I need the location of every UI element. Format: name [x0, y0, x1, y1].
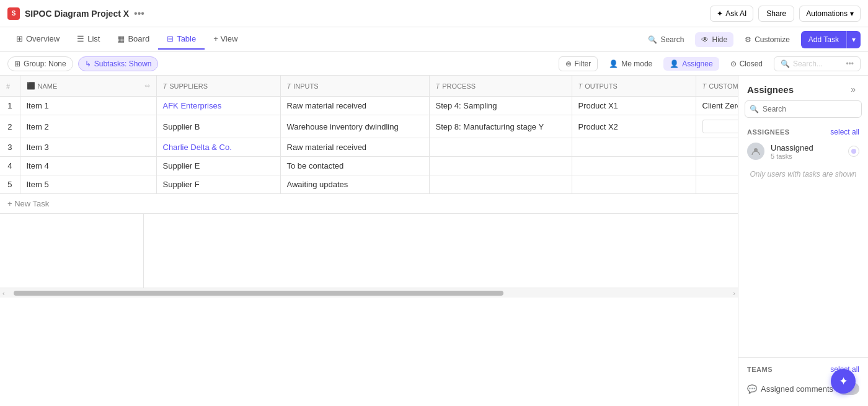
filter-bar-left: ⊞ Group: None ↳ Subtasks: Shown: [7, 56, 158, 71]
table-row[interactable]: 2 Item 2 Supplier B Warehouse inventory …: [0, 115, 738, 138]
table-row[interactable]: 3 Item 3 Charlie Delta & Co. Raw materia…: [0, 138, 738, 157]
assignee-button[interactable]: 👤 Assignee: [663, 57, 719, 71]
table-row[interactable]: 4 Item 4 Supplier E To be contacted: [0, 157, 738, 175]
panel-spacer: [738, 185, 868, 357]
cell-suppliers-5[interactable]: Supplier F: [156, 175, 280, 194]
cell-name-1[interactable]: Item 1: [20, 97, 156, 115]
select-all-assignees-link[interactable]: select all: [830, 128, 859, 136]
add-task-button[interactable]: Add Task ▾: [801, 31, 861, 48]
cell-name-4[interactable]: Item 4: [20, 157, 156, 175]
panel-search-input[interactable]: [745, 100, 862, 118]
col-header-name[interactable]: ⬛ NAME ⇔: [20, 76, 156, 97]
new-task-row[interactable]: + New Task: [0, 194, 738, 213]
assignee-count-unassigned: 5 tasks: [771, 152, 842, 160]
table-row[interactable]: 1 Item 1 AFK Enterprises Raw material re…: [0, 97, 738, 115]
assignees-section-label: ASSIGNEES select all: [738, 123, 868, 139]
cell-name-3[interactable]: Item 3: [20, 138, 156, 157]
scroll-right-icon[interactable]: ›: [733, 289, 735, 297]
cell-process-4[interactable]: [429, 157, 572, 175]
cell-process-1[interactable]: Step 4: Sampling: [429, 97, 572, 115]
cell-outputs-5[interactable]: [572, 175, 696, 194]
cell-customers-3[interactable]: [696, 138, 738, 157]
assignee-info-unassigned: Unassigned 5 tasks: [771, 143, 842, 160]
cell-name-2[interactable]: Item 2: [20, 115, 156, 138]
more-dots-button[interactable]: •••: [134, 8, 144, 19]
cell-inputs-3[interactable]: Raw material received: [280, 138, 429, 157]
search-bar-icon: 🔍: [781, 60, 790, 68]
tab-board[interactable]: ▦ Board: [108, 29, 158, 50]
cell-process-3[interactable]: [429, 138, 572, 157]
hide-button[interactable]: 👁 Hide: [695, 32, 733, 47]
cell-outputs-3[interactable]: [572, 138, 696, 157]
filter-button[interactable]: ⊜ Filter: [559, 56, 598, 71]
tab-table[interactable]: ⊟ Table: [158, 29, 205, 50]
cell-suppliers-2[interactable]: Supplier B: [156, 115, 280, 138]
cell-name-5[interactable]: Item 5: [20, 175, 156, 194]
col-header-suppliers[interactable]: T SUPPLIERS: [156, 76, 280, 97]
cell-suppliers-1[interactable]: AFK Enterprises: [156, 97, 280, 115]
share-button[interactable]: Share: [758, 6, 794, 22]
customize-button[interactable]: ⚙ Customize: [738, 32, 796, 47]
panel-search: 🔍: [745, 100, 862, 118]
comment-icon: 💬: [747, 384, 757, 394]
col-header-num: #: [0, 76, 20, 97]
cell-customers-1[interactable]: Client Zero: [696, 97, 738, 115]
subtasks-shown-chip[interactable]: ↳ Subtasks: Shown: [78, 56, 159, 71]
filter-bar: ⊞ Group: None ↳ Subtasks: Shown ⊜ Filter…: [0, 52, 868, 76]
nav-tabs-right: 🔍 Search 👁 Hide ⚙ Customize Add Task ▾: [642, 31, 861, 48]
search-options-icon[interactable]: •••: [846, 60, 854, 68]
cell-process-5[interactable]: [429, 175, 572, 194]
automations-button[interactable]: Automations ▾: [799, 6, 861, 22]
num-header-icon: #: [6, 82, 10, 90]
process-type-icon: T: [436, 82, 440, 90]
col-header-inputs[interactable]: T INPUTS: [280, 76, 429, 97]
suppliers-type-icon: T: [163, 82, 167, 90]
cell-outputs-4[interactable]: [572, 157, 696, 175]
cell-outputs-2[interactable]: Product X2: [572, 115, 696, 138]
scroll-thumb[interactable]: [14, 291, 503, 296]
add-task-dropdown-arrow[interactable]: ▾: [846, 31, 861, 48]
group-icon: ⊞: [14, 60, 20, 68]
cell-suppliers-3[interactable]: Charlie Delta & Co.: [156, 138, 280, 157]
cell-customers-2[interactable]: [696, 115, 738, 138]
me-mode-button[interactable]: 👤 Me mode: [603, 57, 658, 71]
customize-icon: ⚙: [745, 35, 751, 44]
search-button[interactable]: 🔍 Search: [642, 32, 690, 47]
table-icon: ⊟: [167, 34, 174, 43]
project-title: SIPOC Diagram Project X: [25, 9, 129, 19]
board-icon: ▦: [117, 34, 125, 43]
ask-ai-button[interactable]: ✦ Ask AI: [710, 6, 753, 22]
cell-customers-5[interactable]: [696, 175, 738, 194]
col-header-outputs[interactable]: T OUTPUTS: [572, 76, 696, 97]
tab-list[interactable]: ☰ List: [68, 29, 108, 50]
cell-suppliers-4[interactable]: Supplier E: [156, 157, 280, 175]
closed-button[interactable]: ⊙ Closed: [724, 57, 769, 71]
tab-overview[interactable]: ⊞ Overview: [7, 29, 68, 50]
cell-num-4: 4: [0, 157, 20, 175]
cell-process-2[interactable]: Step 8: Manufacturing stage Y: [429, 115, 572, 138]
panel-title: Assignees: [747, 84, 794, 95]
cell-inputs-4[interactable]: To be contacted: [280, 157, 429, 175]
table-row[interactable]: 5 Item 5 Supplier F Awaiting updates: [0, 175, 738, 194]
col-header-customers[interactable]: T CUSTOMERS: [696, 76, 738, 97]
panel-collapse-button[interactable]: »: [847, 83, 859, 95]
assignee-check-unassigned[interactable]: [848, 146, 859, 157]
fab-button[interactable]: ✦: [831, 369, 856, 394]
tab-add-view[interactable]: + View: [205, 29, 246, 50]
scroll-left-icon[interactable]: ‹: [2, 289, 5, 297]
horizontal-scrollbar[interactable]: ‹ ›: [0, 288, 738, 298]
search-bar[interactable]: 🔍 Search... •••: [774, 56, 861, 71]
inputs-type-icon: T: [287, 82, 291, 90]
cell-customers-4[interactable]: [696, 157, 738, 175]
cell-inputs-1[interactable]: Raw material received: [280, 97, 429, 115]
list-icon: ☰: [77, 34, 84, 43]
cell-inputs-5[interactable]: Awaiting updates: [280, 175, 429, 194]
table-container[interactable]: # ⬛ NAME ⇔ T SUPPLIERS: [0, 76, 738, 406]
assignee-item-unassigned[interactable]: Unassigned 5 tasks: [738, 139, 868, 164]
top-bar-left: S SIPOC Diagram Project X •••: [7, 7, 144, 20]
cell-inputs-2[interactable]: Warehouse inventory dwindling: [280, 115, 429, 138]
cell-outputs-1[interactable]: Product X1: [572, 97, 696, 115]
col-header-process[interactable]: T PROCESS: [429, 76, 572, 97]
group-none-chip[interactable]: ⊞ Group: None: [7, 56, 73, 71]
filter-bar-right: ⊜ Filter 👤 Me mode 👤 Assignee ⊙ Closed 🔍…: [559, 56, 861, 71]
